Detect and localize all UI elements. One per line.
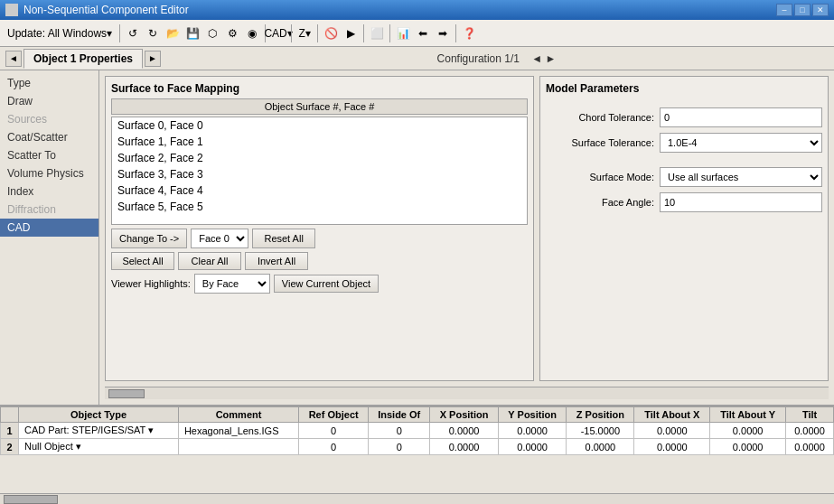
save-icon[interactable]: 💾 <box>183 24 201 42</box>
row2-y-position[interactable]: 0.0000 <box>498 439 566 455</box>
refresh2-icon[interactable]: ↻ <box>144 24 162 42</box>
change-to-button[interactable]: Change To -> <box>111 229 187 248</box>
button-row-1: Change To -> Face 0 Face 1 Face 2 Reset … <box>111 229 528 248</box>
chord-tolerance-input[interactable] <box>660 107 822 127</box>
view-current-object-button[interactable]: View Current Object <box>274 275 379 293</box>
list-item[interactable]: Surface 5, Face 5 <box>112 199 527 215</box>
obj-icon[interactable]: ◉ <box>243 24 261 42</box>
row2-comment[interactable] <box>178 439 298 455</box>
sidebar-item-scatter-to[interactable]: Scatter To <box>0 146 98 164</box>
run-icon[interactable]: ▶ <box>342 24 360 42</box>
row2-x-position[interactable]: 0.0000 <box>430 439 499 455</box>
bottom-table-scroll[interactable]: Object Type Comment Ref Object Inside Of… <box>0 406 834 493</box>
next-icon[interactable]: ➡ <box>434 24 452 42</box>
right-panel-inner: Surface to Face Mapping Object Surface #… <box>105 76 829 381</box>
list-item[interactable]: Surface 4, Face 4 <box>112 182 527 199</box>
bottom-scroll-bar[interactable] <box>0 493 834 504</box>
list-item[interactable]: Surface 1, Face 1 <box>112 134 527 150</box>
update-menu[interactable]: Update: All Windows ▾ <box>4 23 116 44</box>
main-scroll-bar[interactable] <box>105 387 829 399</box>
sidebar-item-cad[interactable]: CAD <box>0 219 98 237</box>
refresh-icon[interactable]: ↺ <box>124 24 142 42</box>
maximize-button[interactable]: □ <box>794 4 811 16</box>
row2-tilt-y[interactable]: 0.0000 <box>710 439 786 455</box>
sidebar-item-sources[interactable]: Sources <box>0 110 98 128</box>
clear-all-button[interactable]: Clear All <box>178 252 241 270</box>
copy-icon[interactable]: ⬜ <box>368 24 386 42</box>
row2-object-type[interactable]: Null Object ▾ <box>19 439 179 455</box>
sidebar-item-diffraction[interactable]: Diffraction <box>0 201 98 219</box>
col-tilt-y: Tilt About Y <box>710 407 786 423</box>
row1-x-position[interactable]: 0.0000 <box>430 423 499 439</box>
row2-tilt-x[interactable]: 0.0000 <box>634 439 710 455</box>
data-table: Object Type Comment Ref Object Inside Of… <box>0 406 834 455</box>
chord-tolerance-label: Chord Tolerance: <box>546 112 654 123</box>
face-dropdown[interactable]: Face 0 Face 1 Face 2 <box>191 229 248 248</box>
col-row-num <box>1 407 19 423</box>
help-icon[interactable]: ❓ <box>460 24 478 42</box>
object-properties-tab[interactable]: Object 1 Properties <box>23 49 143 69</box>
tab-next-button[interactable]: ► <box>145 51 161 67</box>
reset-all-button[interactable]: Reset All <box>252 229 315 248</box>
analyze-icon[interactable]: 📊 <box>394 24 412 42</box>
open-icon[interactable]: 📂 <box>164 24 182 42</box>
close-button[interactable]: ✕ <box>812 4 829 16</box>
table-row: 2 Null Object ▾ 0 0 0.0000 0.0000 0.0000… <box>1 439 834 455</box>
row1-object-type[interactable]: CAD Part: STEP/IGES/SAT ▾ <box>19 423 179 439</box>
surface-mode-label: Surface Mode: <box>546 172 654 182</box>
bottom-scroll-thumb[interactable] <box>4 495 58 504</box>
separator-4 <box>317 24 318 42</box>
viewer-highlights-dropdown[interactable]: By Face By Surface None <box>194 274 270 294</box>
face-angle-input[interactable] <box>660 192 822 212</box>
viewer-highlights-label: Viewer Highlights: <box>111 278 191 289</box>
row-num-1: 1 <box>1 423 19 439</box>
row2-inside-of[interactable]: 0 <box>369 439 430 455</box>
surface-mode-row: Surface Mode: Use all surfaces Use selec… <box>546 167 822 187</box>
surface-list[interactable]: Surface 0, Face 0 Surface 1, Face 1 Surf… <box>111 117 528 225</box>
minimize-button[interactable]: – <box>776 4 792 16</box>
select-all-button[interactable]: Select All <box>111 252 174 270</box>
prev-icon[interactable]: ⬅ <box>414 24 432 42</box>
row1-y-position[interactable]: 0.0000 <box>498 423 566 439</box>
config-prev-button[interactable]: ◄ <box>531 52 542 65</box>
row1-comment[interactable]: Hexagonal_Lens.IGS <box>178 423 298 439</box>
list-item[interactable]: Surface 0, Face 0 <box>112 117 527 134</box>
chord-tolerance-row: Chord Tolerance: <box>546 107 822 127</box>
invert-all-button[interactable]: Invert All <box>245 252 308 270</box>
row1-tilt[interactable]: 0.0000 <box>786 423 834 439</box>
surface-mode-select[interactable]: Use all surfaces Use selected surfaces <box>660 167 822 187</box>
row2-z-position[interactable]: 0.0000 <box>567 439 634 455</box>
tab-prev-button[interactable]: ◄ <box>5 51 22 67</box>
col-tilt-x: Tilt About X <box>634 407 710 423</box>
model-params-section: Model Parameters Chord Tolerance: Surfac… <box>539 76 829 381</box>
separator-7 <box>455 24 456 42</box>
row1-ref-object[interactable]: 0 <box>299 423 369 439</box>
sidebar-item-type[interactable]: Type <box>0 74 98 92</box>
row1-tilt-y[interactable]: 0.0000 <box>710 423 786 439</box>
button-row-2: Select All Clear All Invert All <box>111 252 528 270</box>
row2-ref-object[interactable]: 0 <box>299 439 369 455</box>
list-item[interactable]: Surface 3, Face 3 <box>112 166 527 182</box>
sidebar-item-index[interactable]: Index <box>0 182 98 201</box>
sidebar-item-coat-scatter[interactable]: Coat/Scatter <box>0 128 98 146</box>
list-item[interactable]: Surface 2, Face 2 <box>112 150 527 166</box>
cad-dropdown[interactable]: CAD▾ <box>269 24 287 42</box>
row2-tilt[interactable]: 0.0000 <box>786 439 834 455</box>
surface-mapping-section: Surface to Face Mapping Object Surface #… <box>105 76 534 381</box>
surface-tolerance-select[interactable]: 1.0E-4 1.0E-3 1.0E-5 <box>660 133 822 153</box>
settings-icon[interactable]: ⚙ <box>223 24 241 42</box>
row1-inside-of[interactable]: 0 <box>369 423 430 439</box>
sidebar-item-volume-physics[interactable]: Volume Physics <box>0 164 98 182</box>
row1-tilt-x[interactable]: 0.0000 <box>634 423 710 439</box>
sidebar-item-draw[interactable]: Draw <box>0 92 98 110</box>
view3d-icon[interactable]: ⬡ <box>203 24 221 42</box>
row1-z-position[interactable]: -15.0000 <box>567 423 634 439</box>
z-icon[interactable]: Z▾ <box>295 24 314 42</box>
title-bar: Non-Sequential Component Editor – □ ✕ <box>0 0 834 20</box>
stop-icon[interactable]: 🚫 <box>322 24 340 42</box>
row-num-2: 2 <box>1 439 19 455</box>
config-next-button[interactable]: ► <box>546 52 557 65</box>
separator-5 <box>363 24 364 42</box>
scroll-thumb[interactable] <box>108 389 145 398</box>
toolbar: Update: All Windows ▾ ↺ ↻ 📂 💾 ⬡ ⚙ ◉ CAD▾… <box>0 20 834 47</box>
